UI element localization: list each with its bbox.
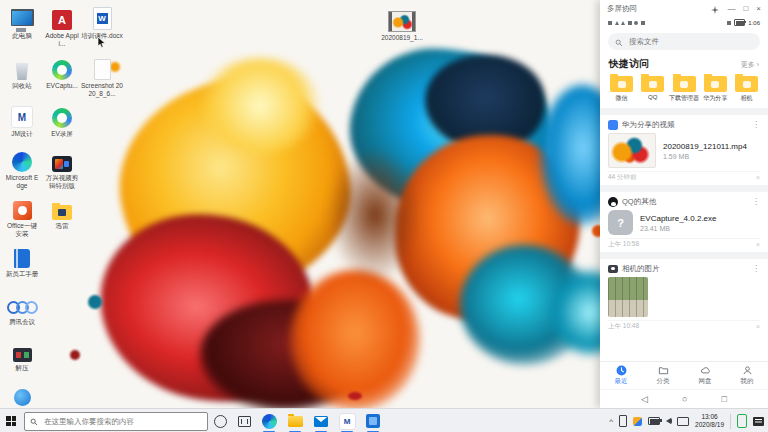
taskbar-search-box[interactable] (24, 412, 208, 431)
icon-label: JM设计 (11, 130, 33, 138)
card-time: 上午 10:58 (608, 240, 639, 249)
photo-thumbnail (608, 277, 648, 317)
start-button[interactable] (0, 409, 22, 432)
tab-recent[interactable]: 最近 (600, 365, 642, 386)
file-icon (94, 59, 111, 80)
nav-home-button[interactable]: ○ (682, 394, 687, 404)
this-pc-icon (11, 9, 34, 26)
desktop-icon-edge[interactable]: Microsoft Edge (4, 148, 40, 190)
sparkle-icon[interactable] (711, 0, 719, 18)
icon-label: 此电脑 (12, 32, 32, 40)
clock-icon (616, 365, 627, 376)
close-button[interactable]: × (756, 5, 761, 13)
multiscreen-collab-window: 多屏协同 — □ × 1:06 快捷访问 (600, 0, 768, 408)
mail-icon (314, 416, 328, 427)
minimize-button[interactable]: — (727, 5, 735, 13)
card-time: 44 分钟前 (608, 173, 637, 182)
folder-icon (641, 76, 664, 92)
card-menu-icon[interactable]: ⋮ (752, 121, 760, 129)
tab-categories[interactable]: 分类 (642, 365, 684, 386)
desktop-icon-office[interactable]: Office一键安装 (4, 196, 40, 238)
recent-card-qq: QQ的其他 ⋮ ? EVCapture_4.0.2.exe 23.41 MB 上… (600, 192, 768, 252)
rings-icon (7, 301, 38, 314)
action-center-icon[interactable] (753, 417, 764, 426)
search-input[interactable] (627, 36, 753, 47)
desktop-icon-meeting[interactable]: 腾讯会议 (4, 292, 40, 326)
icon-label: 新员工手册 (6, 270, 39, 278)
recent-card-huawei-share: 华为分享的视频 ⋮ 20200819_121011.mp4 1.59 MB 44… (600, 115, 768, 185)
card-menu-icon[interactable]: ⋮ (752, 198, 760, 206)
battery-tray-icon[interactable] (648, 417, 660, 425)
edge-icon (12, 152, 32, 172)
taskbar-app-photos[interactable] (360, 409, 386, 432)
taskbar-app-mail[interactable] (308, 409, 334, 432)
jm-icon: M (339, 413, 356, 430)
show-hidden-icons[interactable]: ^ (609, 417, 613, 426)
desktop-icon-screenshot-file[interactable]: Screenshot 2020_8_6... (80, 56, 124, 98)
archive-icon (13, 348, 32, 362)
file-explorer-icon (288, 416, 303, 427)
desktop-icon-thunder[interactable]: 迅雷 (44, 196, 80, 230)
icon-label: Microsoft Edge (4, 174, 40, 190)
file-row[interactable] (608, 275, 760, 320)
desktop-icon-video-file[interactable]: 20200819_1... (380, 8, 424, 42)
desktop-icon-archive[interactable]: 解压 (4, 338, 40, 372)
desktop-icon-this-pc[interactable]: 此电脑 (4, 6, 40, 40)
taskbar-clock[interactable]: 13:06 2020/8/19 (695, 413, 724, 429)
desktop-icon-handbook[interactable]: 新员工手册 (4, 244, 40, 278)
folder-qq[interactable]: QQ (638, 76, 667, 103)
desktop-icon-ev-recorder[interactable]: EV录屏 (44, 104, 80, 138)
taskbar-app-jm[interactable]: M (334, 409, 360, 432)
ev-swirl-icon (52, 108, 72, 128)
maximize-button[interactable]: □ (743, 5, 748, 13)
tab-me[interactable]: 我的 (726, 365, 768, 386)
android-navbar: ◁ ○ □ (600, 389, 768, 408)
folder-downloads[interactable]: 下载管理器 (670, 76, 699, 103)
icon-label: Adobe Appli... (44, 32, 80, 48)
cloud-icon (700, 365, 711, 376)
recent-card-camera: 相机的图片 ⋮ 上午 10:48 × (600, 259, 768, 334)
file-size: 1.59 MB (663, 153, 747, 160)
dismiss-icon[interactable]: × (756, 174, 760, 181)
file-row[interactable]: 20200819_121011.mp4 1.59 MB (608, 131, 760, 171)
phone-tray-icon[interactable] (619, 415, 627, 427)
word-doc-icon: W (93, 7, 112, 30)
folder-huawei-share[interactable]: 华为分享 (701, 76, 730, 103)
file-row[interactable]: ? EVCapture_4.0.2.exe 23.41 MB (608, 208, 760, 238)
tab-cloud-drive[interactable]: 网盘 (684, 365, 726, 386)
desktop-icon-recycle-bin[interactable]: 回收站 (4, 56, 40, 90)
dismiss-icon[interactable]: × (756, 323, 760, 330)
taskbar-app-explorer[interactable] (282, 409, 308, 432)
desktop-icon-evcapture[interactable]: EVCaptu... (44, 56, 80, 90)
colored-tray-icon[interactable] (633, 417, 642, 426)
desktop-icon-wondershare[interactable]: 万兴视频剪辑特别版 (44, 148, 80, 190)
keyboard-icon[interactable] (677, 417, 689, 426)
folder-icon (673, 76, 696, 92)
taskbar-app-edge[interactable] (256, 409, 282, 432)
nav-recents-button[interactable]: □ (721, 394, 726, 404)
icon-label: 万兴视频剪辑特别版 (44, 174, 80, 190)
desktop-icon-blue-app[interactable] (4, 382, 40, 406)
file-search-bar[interactable] (608, 33, 760, 50)
desktop-icon-jm[interactable]: M JM设计 (4, 104, 40, 138)
desktop-icon-adobe[interactable]: A Adobe Appli... (44, 6, 80, 48)
card-menu-icon[interactable]: ⋮ (752, 265, 760, 273)
video-thumbnail (608, 133, 656, 168)
folder-wechat[interactable]: 微信 (607, 76, 636, 103)
task-view-button[interactable] (232, 409, 256, 432)
card-source: 华为分享的视频 (622, 120, 748, 130)
tray-divider (730, 414, 731, 429)
cortana-button[interactable] (208, 409, 232, 432)
more-link[interactable]: 更多 › (741, 60, 759, 70)
connected-phone-icon[interactable] (737, 414, 747, 428)
nav-back-button[interactable]: ◁ (641, 394, 648, 404)
speaker-icon[interactable] (666, 418, 671, 424)
dismiss-icon[interactable]: × (756, 241, 760, 248)
section-divider (600, 108, 768, 115)
photos-app-icon (366, 414, 380, 428)
task-view-icon (238, 416, 251, 427)
taskbar-search-input[interactable] (42, 416, 202, 427)
recycle-bin-icon (15, 63, 30, 80)
folder-camera[interactable]: 相机 (732, 76, 761, 103)
icon-label: 回收站 (12, 82, 32, 90)
